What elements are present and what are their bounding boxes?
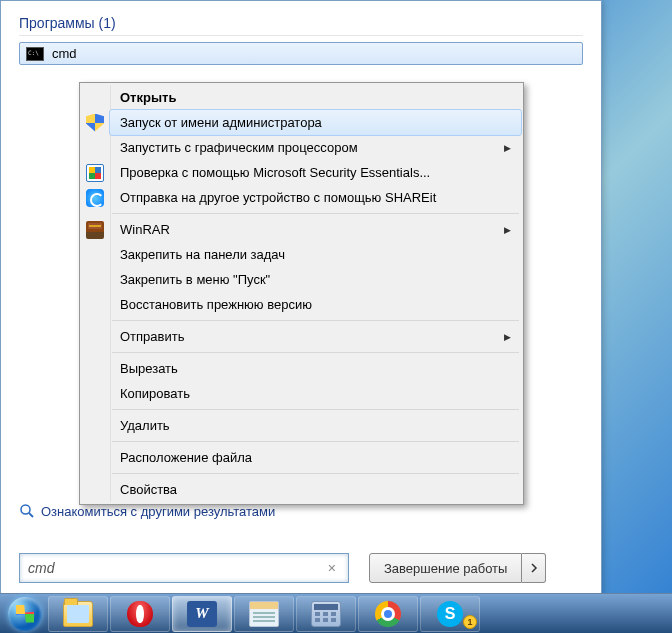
menu-item-winrar[interactable]: WinRAR — [110, 217, 521, 242]
menu-item-cut[interactable]: Вырезать — [110, 356, 521, 381]
start-button[interactable] — [4, 595, 46, 633]
menu-separator — [112, 441, 519, 442]
search-result-label: cmd — [52, 46, 77, 61]
taskbar-item-chrome[interactable] — [358, 596, 418, 632]
taskbar-item-word[interactable]: W — [172, 596, 232, 632]
clear-search-icon[interactable]: × — [324, 560, 340, 576]
menu-item-pin-start[interactable]: Закрепить в меню "Пуск" — [110, 267, 521, 292]
taskbar-item-calculator[interactable] — [296, 596, 356, 632]
see-more-results-link[interactable]: Ознакомиться с другими результатами — [19, 503, 275, 519]
svg-point-0 — [21, 505, 30, 514]
svg-line-1 — [29, 513, 33, 517]
menu-item-copy[interactable]: Копировать — [110, 381, 521, 406]
shutdown-button[interactable]: Завершение работы — [369, 553, 522, 583]
chrome-icon — [375, 601, 401, 627]
notepad-icon — [249, 601, 279, 627]
cmd-icon — [26, 47, 44, 61]
context-menu: Открыть Запуск от имени администратора З… — [79, 82, 524, 505]
menu-item-run-as-admin[interactable]: Запуск от имени администратора — [109, 109, 522, 136]
opera-icon — [127, 601, 153, 627]
file-explorer-icon — [63, 601, 93, 627]
search-input[interactable] — [28, 560, 324, 576]
taskbar-item-opera[interactable] — [110, 596, 170, 632]
search-result-cmd[interactable]: cmd — [19, 42, 583, 65]
taskbar-item-explorer[interactable] — [48, 596, 108, 632]
search-icon — [19, 503, 35, 519]
menu-separator — [112, 352, 519, 353]
menu-item-open[interactable]: Открыть — [110, 85, 521, 110]
divider — [19, 35, 583, 36]
menu-separator — [112, 409, 519, 410]
menu-separator — [112, 213, 519, 214]
menu-item-run-gpu[interactable]: Запустить с графическим процессором — [110, 135, 521, 160]
taskbar-item-skype[interactable]: S 1 — [420, 596, 480, 632]
shutdown-button-group: Завершение работы — [369, 553, 546, 583]
menu-separator — [112, 320, 519, 321]
see-more-label: Ознакомиться с другими результатами — [41, 504, 275, 519]
search-box[interactable]: × — [19, 553, 349, 583]
taskbar-item-notepad[interactable] — [234, 596, 294, 632]
menu-item-send-to[interactable]: Отправить — [110, 324, 521, 349]
shutdown-options-button[interactable] — [522, 553, 546, 583]
taskbar: W S 1 — [0, 593, 672, 633]
windows-logo-icon — [8, 597, 42, 631]
mse-icon — [86, 164, 104, 182]
menu-separator — [112, 473, 519, 474]
menu-item-delete[interactable]: Удалить — [110, 413, 521, 438]
shield-icon — [86, 114, 104, 132]
menu-item-open-file-location[interactable]: Расположение файла — [110, 445, 521, 470]
calculator-icon — [311, 601, 341, 627]
shutdown-label: Завершение работы — [384, 561, 507, 576]
menu-item-restore-previous[interactable]: Восстановить прежнюю версию — [110, 292, 521, 317]
menu-item-pin-taskbar[interactable]: Закрепить на панели задач — [110, 242, 521, 267]
winrar-icon — [86, 221, 104, 239]
menu-item-mse-scan[interactable]: Проверка с помощью Microsoft Security Es… — [110, 160, 521, 185]
skype-icon: S — [437, 601, 463, 627]
word-icon: W — [187, 601, 217, 627]
start-menu-bottom-row: × Завершение работы — [19, 553, 583, 583]
notification-badge: 1 — [463, 615, 477, 629]
shareit-icon — [86, 189, 104, 207]
menu-item-properties[interactable]: Свойства — [110, 477, 521, 502]
menu-item-shareit[interactable]: Отправка на другое устройство с помощью … — [110, 185, 521, 210]
results-section-header: Программы (1) — [19, 15, 583, 31]
